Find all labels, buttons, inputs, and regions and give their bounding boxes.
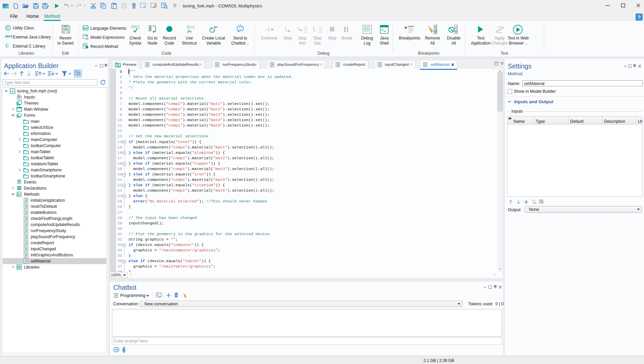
svg-text:ABC: ABC	[83, 27, 88, 30]
svg-text:a=: a=	[214, 25, 218, 29]
svg-text:[ABC]: [ABC]	[131, 25, 140, 29]
svg-text:T: T	[213, 29, 215, 33]
svg-text:B+C: B+C	[187, 25, 195, 30]
svg-text:T: T	[190, 30, 192, 33]
svg-text:a=: a=	[86, 37, 89, 40]
svg-text:A: A	[11, 89, 14, 93]
